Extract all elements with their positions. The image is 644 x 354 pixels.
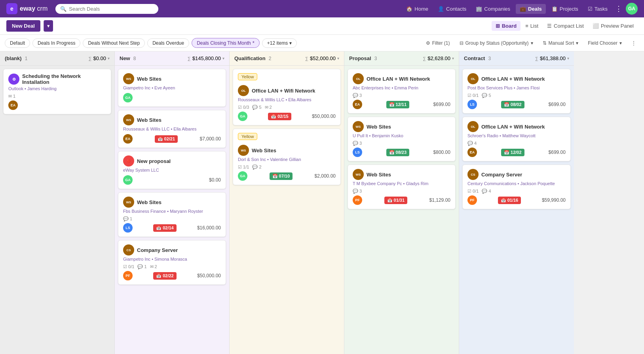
more-options-button[interactable]: ⋮ [628,39,639,47]
column-count-blank: 1 [25,56,28,61]
manual-sort-button[interactable]: ⇅ Manual Sort ▾ [540,39,582,47]
deal-card-c1[interactable]: ⚙ Scheduling the Network Installation Ou… [3,69,111,114]
card-icons-c9: 💬 3 [353,93,450,98]
board-view-button[interactable]: ⊞ Board [492,21,521,31]
column-header-contract: Contract 3 ∑ $61,388.00 ▾ [459,51,574,66]
card-title-c2: WS Web Sites [123,73,221,84]
comment-icon-c9: 💬 3 [353,93,362,98]
compact-list-view-button[interactable]: ☰ Compact List [543,21,588,31]
card-avatar-c4: 🔴 [123,155,134,167]
nav-item-tasks[interactable]: ☑Tasks [584,4,612,14]
deal-card-c7[interactable]: Yellow OL Office LAN + Wifi Network Rous… [233,69,341,125]
card-footer-c6: PF 📅 02/22 $50,000.00 [123,271,221,280]
deal-card-c3[interactable]: WS Web Sites Rousseaux & Willis LLC • El… [118,110,226,148]
filter-chip-more-items[interactable]: +12 items ▾ [262,38,297,48]
user-avatar[interactable]: GA [626,3,638,15]
nav-item-companies[interactable]: 🏢Companies [472,4,514,14]
date-badge-c3: 📅 02/21 [155,135,178,143]
card-title-c3: WS Web Sites [123,114,221,125]
nav-item-projects[interactable]: 📋Projects [547,4,582,14]
field-chooser-chevron-icon: ▾ [619,40,622,46]
card-amount-c4: $0.00 [209,177,221,183]
deal-card-c5[interactable]: WS Web Sites Fbs Business Finance • Mary… [118,192,226,237]
card-footer-c12: LS 📅 08/02 $699.00 [467,100,566,109]
field-chooser-button[interactable]: Field Chooser ▾ [585,39,625,47]
logo[interactable]: e eway crm [6,3,47,14]
board-icon: ⊞ [496,23,500,29]
task-icon-c12: ☑ 0/1 [467,93,479,98]
card-avatar-c10: WS [353,121,364,132]
column-chevron-qual-icon: ▾ [337,56,339,61]
card-subtitle-c10: U Pull It • Benjamin Kusko [353,133,450,138]
deal-card-c6[interactable]: CS Company Server Giampetro Inc • Simona… [118,240,226,285]
column-chevron-new-icon: ▾ [222,56,224,61]
search-box[interactable]: 🔍 [55,4,158,14]
card-icons-c6: ☑ 0/1 💬 1 ✉ 2 [123,264,221,269]
group-by-button[interactable]: ⊟ Group by Status (Opportunity) ▾ [456,39,536,47]
new-deal-dropdown-button[interactable]: ▾ [44,20,53,32]
card-amount-c11: $1,129.00 [429,197,450,203]
nav-item-home[interactable]: 🏠Home [402,4,432,14]
deal-card-c4[interactable]: 🔴 New proposal eWay System LLC GA $0.00 [118,151,226,189]
column-body-new: WS Web Sites Giampetro Inc • Eve Ayeen G… [115,66,229,354]
card-subtitle-c2: Giampetro Inc • Eve Ayeen [123,85,221,90]
filter-chip-without-next-step[interactable]: Deals Without Next Step [83,38,145,48]
deal-card-c13[interactable]: OL Office LAN + Wifi Network Schroer's R… [462,117,571,161]
column-sum-contract: ∑ $61,388.00 ▾ [535,55,569,61]
deal-card-c10[interactable]: WS Web Sites U Pull It • Benjamin Kusko … [348,117,456,161]
filter-chip-closing-month[interactable]: Deals Closing This Month * [192,38,260,48]
comment-icon-c8: 💬 2 [252,165,261,170]
card-subtitle-c7: Rousseaux & Willis LLC • Ella Albares [238,97,336,102]
card-title-c12: OL Office LAN + Wifi Network [467,73,566,84]
new-deal-button[interactable]: New Deal [6,20,40,32]
more-menu-icon[interactable]: ⋮ [613,2,624,15]
list-view-button[interactable]: ≡ List [521,21,542,31]
column-body-blank: ⚙ Scheduling the Network Installation Ou… [0,66,114,354]
search-input[interactable] [69,6,154,12]
footer-avatar-c9: EA [353,100,362,109]
card-subtitle-c12: Post Box Services Plus • James Flosi [467,85,566,90]
nav-item-contacts[interactable]: 👤Contacts [434,4,470,14]
logo-icon: e [6,3,17,14]
filter-chip-default[interactable]: Default [5,38,30,48]
card-title-c6: CS Company Server [123,244,221,256]
footer-avatar-c4: GA [123,175,133,185]
filter-bar: Default Deals In Progress Deals Without … [0,35,644,51]
preview-icon: ⬜ [593,23,599,29]
card-icons-c13: 💬 4 [467,141,566,146]
column-title-proposal: Proposal [349,55,371,61]
column-new: New 8 ∑ $145,800.00 ▾ WS Web Sites Giamp… [115,51,230,354]
card-subtitle-c3: Rousseaux & Willis LLC • Ella Albares [123,127,221,131]
filter-button[interactable]: ⚙ Filter (1) [423,39,453,47]
card-amount-c7: $50,000.00 [312,114,336,119]
logo-text: eway crm [20,5,47,12]
comment-icon: 💬 1 [123,216,132,221]
deal-card-c11[interactable]: WS Web Sites T M Byxbee Company Pc • Gla… [348,165,456,209]
card-subtitle-c1: Outlook • James Harding [8,86,106,91]
deal-card-c8[interactable]: Yellow WS Web Sites Dorl & Son Inc • Val… [233,129,341,185]
filter-chip-in-progress[interactable]: Deals In Progress [32,38,80,48]
footer-avatar-c6: PF [123,271,133,280]
deal-card-c2[interactable]: WS Web Sites Giampetro Inc • Eve Ayeen G… [118,69,226,107]
column-count-qual: 2 [269,56,272,61]
date-badge-c8: 📅 07/10 [270,172,293,180]
deal-card-c12[interactable]: OL Office LAN + Wifi Network Post Box Se… [462,69,571,114]
sort-icon: ⇅ [543,40,547,46]
preview-panel-button[interactable]: ⬜ Preview Panel [589,21,638,31]
column-blank: (blank) 1 ∑ $0.00 ▾ ⚙ Scheduling the Net… [0,51,115,354]
column-header-qual: Qualification 2 ∑ $52,000.00 ▾ [230,51,344,66]
card-icons-c14: ☑ 0/1 💬 4 [467,189,566,194]
card-title-c9: OL Office LAN + Wifi Network [353,73,450,84]
column-qualification: Qualification 2 ∑ $52,000.00 ▾ Yellow OL… [230,51,344,354]
deal-card-c14[interactable]: CS Company Server Century Communications… [462,165,571,209]
nav-item-deals[interactable]: 💼Deals [516,4,546,14]
card-amount-c10: $800.00 [433,150,450,155]
deal-card-c9[interactable]: OL Office LAN + Wifi Network Abc Enterpr… [348,69,456,114]
comment-icon-c10: 💬 3 [353,141,362,146]
card-icons-c12: ☑ 0/1 💬 5 [467,93,566,98]
date-badge-c14: 📅 01/16 [498,197,521,204]
card-amount-c14: $59,990.00 [542,197,566,203]
filter-chip-overdue[interactable]: Deals Overdue [147,38,189,48]
card-avatar-c12: OL [467,73,479,84]
filter-chip-dropdown-icon: ▾ [289,40,292,46]
